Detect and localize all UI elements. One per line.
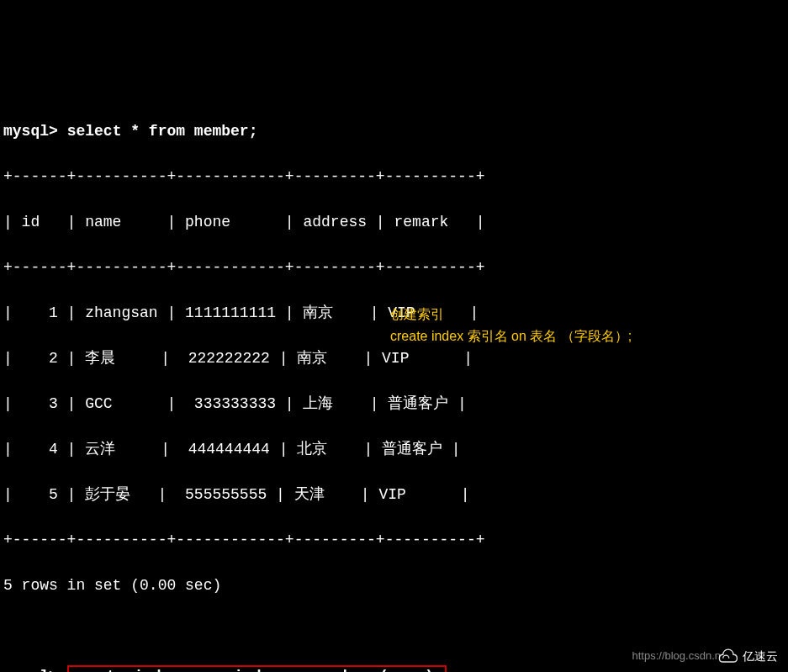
table-border: +------+----------+------------+--------… xyxy=(3,529,785,552)
table-border: +------+----------+------------+--------… xyxy=(3,166,785,188)
table-row: | 2 | 李晨 | 222222222 | 南京 | VIP | xyxy=(3,347,785,370)
table-row: | 3 | GCC | 333333333 | 上海 | 普通客户 | xyxy=(3,393,785,415)
mysql-prompt: mysql> xyxy=(3,123,67,140)
table-header: | id | name | phone | address | remark | xyxy=(3,211,785,234)
table-row: | 4 | 云洋 | 444444444 | 北京 | 普通客户 | xyxy=(3,438,785,461)
rows-in-set: 5 rows in set (0.00 sec) xyxy=(3,574,785,597)
annotation-text-1: 创建索引 xyxy=(390,304,444,325)
table-border: +------+----------+------------+--------… xyxy=(3,257,785,279)
table-row: | 5 | 彭于晏 | 555555555 | 天津 | VIP | xyxy=(3,484,785,506)
sql-command-1: select * from member; xyxy=(67,123,258,140)
watermark-text: https://blog.csdn.n xyxy=(632,648,721,664)
sql-command-2: create index name_index on member (name)… xyxy=(67,665,447,672)
mysql-prompt: mysql> xyxy=(3,668,67,672)
logo-text: 亿速云 xyxy=(743,648,778,665)
logo: 亿速云 xyxy=(716,647,778,665)
annotation-text-2: create index 索引名 on 表名 （字段名）; xyxy=(390,326,632,347)
cloud-icon xyxy=(716,647,739,665)
terminal-output: mysql> select * from member; +------+---… xyxy=(3,98,785,672)
